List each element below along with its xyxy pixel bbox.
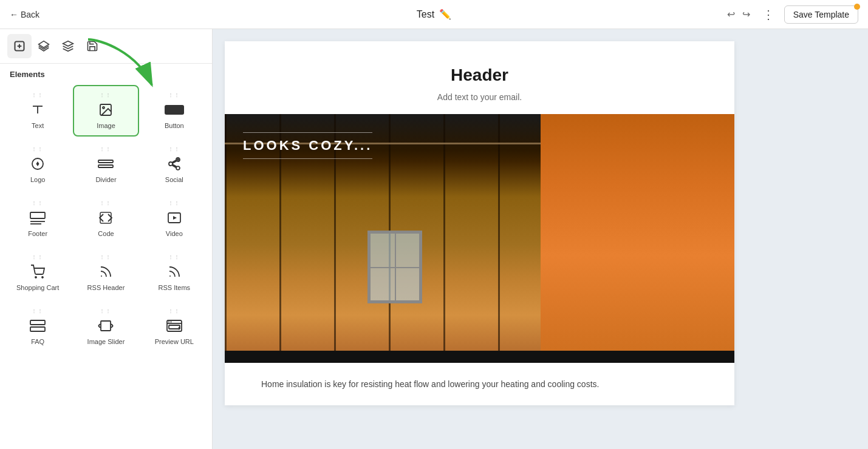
main-area: Elements ⋮⋮ Text ⋮⋮ <box>0 29 868 449</box>
divider-icon <box>97 155 114 172</box>
redo-button[interactable]: ↪ <box>740 6 753 22</box>
element-faq[interactable]: ⋮⋮ FAQ <box>5 301 70 353</box>
faq-icon <box>29 317 46 334</box>
drag-handle-text: ⋮⋮ <box>32 92 44 98</box>
element-shopping-cart-label: Shopping Cart <box>16 284 59 291</box>
save-template-icon-button[interactable] <box>80 34 104 58</box>
right-insulation <box>541 114 734 351</box>
svg-marker-19 <box>173 216 177 220</box>
email-header-title: Header <box>261 66 698 85</box>
back-button[interactable]: ← Back <box>10 10 39 19</box>
undo-button[interactable]: ↩ <box>725 6 737 22</box>
canvas-area: Header Add text to your email. <box>213 29 747 449</box>
element-rss-items-label: RSS Items <box>159 284 191 291</box>
element-code[interactable]: ⋮⋮ Code <box>73 193 138 245</box>
drag-handle-logo: ⋮⋮ <box>32 146 44 152</box>
drag-handle-divider: ⋮⋮ <box>100 146 112 152</box>
element-rss-header-label: RSS Header <box>87 284 125 291</box>
image-slider-icon <box>97 317 114 334</box>
svg-point-22 <box>101 275 102 277</box>
element-video[interactable]: ⋮⋮ Video <box>142 193 207 245</box>
element-video-label: Video <box>166 230 183 237</box>
drag-handle-video: ⋮⋮ <box>168 200 180 206</box>
back-arrow-icon: ← <box>10 10 18 19</box>
social-icon <box>167 155 182 172</box>
image-icon <box>98 101 113 118</box>
element-button-label: Button <box>165 122 184 129</box>
drag-handle-preview-url: ⋮⋮ <box>168 308 180 314</box>
svg-rect-11 <box>98 160 113 163</box>
drag-handle-code: ⋮⋮ <box>100 200 112 206</box>
element-rss-items[interactable]: ⋮⋮ RSS Items <box>142 247 207 299</box>
unsaved-indicator <box>854 4 860 10</box>
svg-point-28 <box>168 322 169 323</box>
text-icon <box>30 101 45 118</box>
element-social[interactable]: ⋮⋮ Social <box>142 139 207 191</box>
rss-items-icon <box>167 263 182 280</box>
topbar-left: ← Back <box>10 10 39 19</box>
svg-rect-25 <box>30 327 45 331</box>
sidebar: Elements ⋮⋮ Text ⋮⋮ <box>0 29 213 449</box>
topbar: ← Back Test ✏️ ↩ ↪ ⋮ Save Template <box>0 0 868 29</box>
page-title: Test <box>417 9 434 20</box>
svg-marker-10 <box>36 161 39 166</box>
element-footer-label: Footer <box>28 230 47 237</box>
right-panel <box>747 29 868 449</box>
email-image-canvas: LOOKS COZY... <box>225 114 734 351</box>
drag-handle-shopping-cart: ⋮⋮ <box>32 254 44 260</box>
drag-handle-rss-items: ⋮⋮ <box>168 254 180 260</box>
email-image-block[interactable]: LOOKS COZY... <box>225 114 734 363</box>
element-image[interactable]: ⋮⋮ Image <box>73 85 138 137</box>
element-divider-label: Divider <box>95 176 116 183</box>
edit-title-icon[interactable]: ✏️ <box>439 8 451 20</box>
element-rss-header[interactable]: ⋮⋮ RSS Header <box>73 247 138 299</box>
element-divider[interactable]: ⋮⋮ Divider <box>73 139 138 191</box>
elements-grid: ⋮⋮ Text ⋮⋮ Image <box>0 83 212 360</box>
element-logo-label: Logo <box>30 176 45 183</box>
drag-handle-rss-header: ⋮⋮ <box>100 254 112 260</box>
element-social-label: Social <box>165 176 183 183</box>
element-footer[interactable]: ⋮⋮ Footer <box>5 193 70 245</box>
shopping-cart-icon <box>30 263 45 280</box>
save-template-label: Save Template <box>793 10 849 19</box>
email-body-text: Home insulation is key for resisting hea… <box>261 377 698 391</box>
save-template-button[interactable]: Save Template <box>784 5 858 24</box>
element-text-label: Text <box>32 122 44 129</box>
svg-rect-12 <box>98 165 113 167</box>
email-header-subtitle: Add text to your email. <box>261 92 698 102</box>
element-image-slider[interactable]: ⋮⋮ Image Slider <box>73 301 138 353</box>
element-logo[interactable]: ⋮⋮ Logo <box>5 139 70 191</box>
element-image-label: Image <box>97 122 115 129</box>
drag-handle-image: ⋮⋮ <box>100 92 112 98</box>
drag-handle-faq: ⋮⋮ <box>32 308 44 314</box>
image-bottom-bar <box>225 351 734 363</box>
add-elements-button[interactable] <box>7 34 32 58</box>
drag-handle-social: ⋮⋮ <box>168 146 180 152</box>
topbar-right: ↩ ↪ ⋮ Save Template <box>725 5 858 24</box>
email-header-section: Header Add text to your email. <box>225 41 734 114</box>
element-shopping-cart[interactable]: ⋮⋮ Shopping Cart <box>5 247 70 299</box>
element-faq-label: FAQ <box>31 338 44 345</box>
email-body-section: Home insulation is key for resisting hea… <box>225 363 734 405</box>
layers-button[interactable] <box>32 34 56 58</box>
drag-handle-button: ⋮⋮ <box>168 92 180 98</box>
window-element <box>367 231 422 303</box>
logo-icon <box>30 155 45 172</box>
element-code-label: Code <box>98 230 114 237</box>
button-icon <box>165 101 184 118</box>
svg-point-23 <box>169 275 171 277</box>
element-button[interactable]: ⋮⋮ Button <box>142 85 207 137</box>
svg-point-7 <box>103 107 104 109</box>
element-preview-url[interactable]: ⋮⋮ Preview URL <box>142 301 207 353</box>
drag-handle-image-slider: ⋮⋮ <box>100 308 112 314</box>
rss-header-icon <box>98 263 113 280</box>
svg-rect-14 <box>30 212 45 218</box>
drag-handle-footer: ⋮⋮ <box>32 200 44 206</box>
svg-point-21 <box>42 277 43 278</box>
footer-icon <box>29 209 46 226</box>
element-text[interactable]: ⋮⋮ Text <box>5 85 70 137</box>
svg-point-20 <box>35 277 36 278</box>
more-options-button[interactable]: ⋮ <box>760 5 777 24</box>
svg-rect-24 <box>30 320 45 325</box>
design-button[interactable] <box>56 34 80 58</box>
